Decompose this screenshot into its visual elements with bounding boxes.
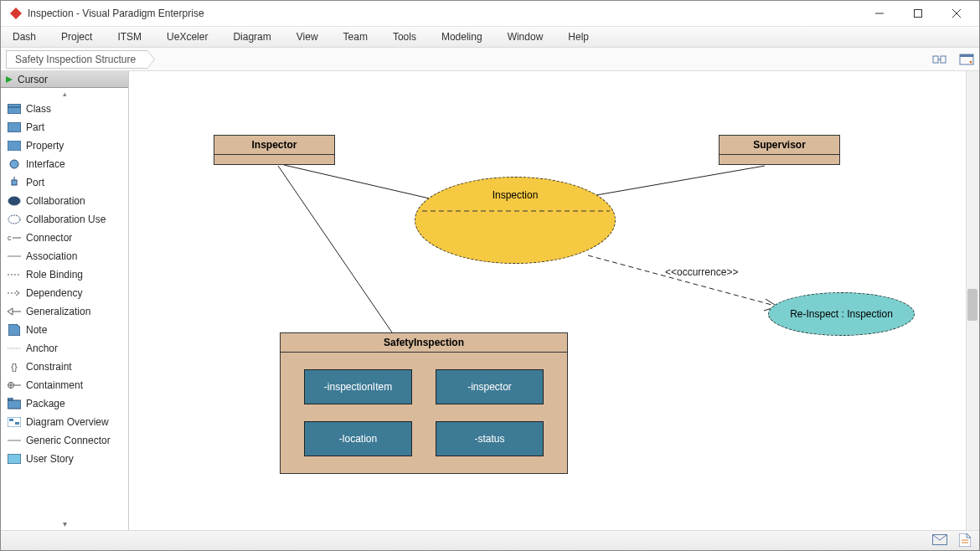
svg-marker-0	[10, 8, 22, 19]
menu-diagram[interactable]: Diagram	[233, 31, 271, 43]
menu-dash[interactable]: Dash	[13, 31, 36, 43]
palette-item-generic-connector[interactable]: Generic Connector	[1, 431, 128, 450]
svg-text:c: c	[8, 234, 12, 242]
panel-icon[interactable]	[959, 52, 974, 67]
breadcrumb-bar: Safety Inspection Structure	[1, 48, 979, 71]
constraint-icon: {}	[8, 362, 21, 372]
palette-item-role-binding[interactable]: Role Binding	[1, 265, 128, 284]
palette-item-connector[interactable]: cConnector	[1, 229, 128, 247]
svg-point-10	[970, 60, 972, 63]
svg-line-43	[588, 255, 775, 306]
svg-marker-27	[8, 324, 20, 336]
layout-icon[interactable]	[932, 52, 947, 67]
menubar: Dash Project ITSM UeXceler Diagram View …	[1, 26, 979, 48]
node-supervisor[interactable]: Supervisor	[719, 135, 840, 165]
menu-team[interactable]: Team	[343, 31, 368, 43]
palette-item-constraint[interactable]: {}Constraint	[1, 358, 128, 376]
slot-inspector[interactable]: -inspector	[436, 369, 544, 404]
palette-item-part[interactable]: Part	[1, 118, 128, 136]
palette-item-anchor[interactable]: Anchor	[1, 339, 128, 358]
menu-itsm[interactable]: ITSM	[117, 31, 142, 43]
role-binding-icon	[8, 270, 21, 280]
menu-view[interactable]: View	[297, 31, 318, 43]
mail-icon[interactable]	[932, 534, 947, 548]
palette-expand-down[interactable]: ▾	[1, 518, 128, 530]
statusbar	[1, 530, 979, 551]
slot-status[interactable]: -status	[436, 421, 544, 456]
slot-inspectionitem[interactable]: -inspectionItem	[304, 369, 412, 404]
collaboration-use-icon	[8, 214, 21, 224]
palette-item-containment[interactable]: Containment	[1, 376, 128, 394]
node-reinspect-title: Re-Inspect : Inspection	[790, 308, 893, 320]
window-title: Inspection - Visual Paradigm Enterprise	[28, 8, 860, 19]
menu-help[interactable]: Help	[568, 31, 589, 43]
palette-item-diagram-overview[interactable]: Diagram Overview	[1, 413, 128, 431]
palette-cursor[interactable]: Cursor	[1, 71, 128, 88]
svg-line-42	[278, 166, 392, 332]
node-supervisor-title: Supervisor	[720, 136, 839, 154]
svg-rect-9	[960, 54, 973, 57]
menu-tools[interactable]: Tools	[393, 31, 416, 43]
minimize-button[interactable]	[860, 1, 899, 26]
diagram-overview-icon	[8, 417, 21, 427]
interface-icon	[8, 159, 21, 169]
safety-body: -inspectionItem -inspector -location -st…	[281, 353, 567, 473]
menu-window[interactable]: Window	[508, 31, 544, 43]
svg-rect-34	[8, 400, 21, 409]
node-reinspect[interactable]: Re-Inspect : Inspection	[768, 292, 915, 336]
svg-rect-14	[8, 141, 21, 151]
close-button[interactable]	[937, 1, 976, 26]
svg-rect-16	[12, 180, 17, 185]
svg-rect-6	[941, 56, 946, 63]
content: Cursor ▴ Class Part Property Interface P…	[1, 71, 979, 530]
palette-item-association[interactable]: Association	[1, 247, 128, 265]
svg-point-18	[8, 197, 20, 205]
svg-line-41	[596, 166, 765, 195]
menu-project[interactable]: Project	[61, 31, 92, 43]
palette-list: Class Part Property Interface Port Colla…	[1, 100, 128, 468]
connector-icon: c	[8, 233, 21, 243]
package-icon	[8, 399, 21, 409]
svg-point-19	[8, 215, 20, 224]
user-story-icon	[8, 454, 21, 464]
generic-connector-icon	[8, 435, 21, 445]
palette-item-class[interactable]: Class	[1, 100, 128, 118]
svg-rect-36	[9, 419, 13, 421]
node-safety-inspection-title: SafetyInspection	[281, 333, 567, 353]
node-inspection[interactable]: Inspection	[415, 177, 616, 264]
titlebar: Inspection - Visual Paradigm Enterprise	[1, 1, 979, 26]
palette-item-collaboration-use[interactable]: Collaboration Use	[1, 210, 128, 229]
svg-rect-11	[8, 104, 21, 114]
cursor-icon	[6, 76, 13, 83]
palette-item-interface[interactable]: Interface	[1, 155, 128, 173]
palette-item-package[interactable]: Package	[1, 394, 128, 413]
containment-icon	[8, 380, 21, 390]
breadcrumb[interactable]: Safety Inspection Structure	[6, 50, 147, 69]
palette-item-generalization[interactable]: Generalization	[1, 302, 128, 321]
palette-item-collaboration[interactable]: Collaboration	[1, 192, 128, 210]
diagram-canvas[interactable]: Inspector Supervisor Inspection Re-Inspe…	[129, 71, 979, 530]
class-icon	[8, 104, 21, 114]
occurrence-label: <<occurrence>>	[665, 266, 738, 278]
palette-item-property[interactable]: Property	[1, 136, 128, 155]
palette-item-user-story[interactable]: User Story	[1, 450, 128, 468]
maximize-button[interactable]	[899, 1, 937, 26]
palette-item-dependency[interactable]: Dependency	[1, 284, 128, 302]
palette-item-note[interactable]: Note	[1, 321, 128, 339]
palette: Cursor ▴ Class Part Property Interface P…	[1, 71, 129, 530]
scrollbar-thumb[interactable]	[967, 289, 977, 321]
property-icon	[8, 141, 21, 151]
part-icon	[8, 122, 21, 132]
svg-rect-2	[915, 10, 922, 18]
menu-modeling[interactable]: Modeling	[441, 31, 482, 43]
palette-collapse-up[interactable]: ▴	[1, 88, 128, 100]
association-icon	[8, 251, 21, 261]
note-status-icon[interactable]	[959, 533, 971, 549]
slot-location[interactable]: -location	[304, 421, 412, 456]
node-inspector[interactable]: Inspector	[214, 135, 335, 165]
collaboration-icon	[8, 196, 21, 206]
palette-item-port[interactable]: Port	[1, 173, 128, 192]
menu-uexceler[interactable]: UeXceler	[167, 31, 208, 43]
vertical-scrollbar[interactable]	[966, 71, 979, 530]
node-safety-inspection[interactable]: SafetyInspection -inspectionItem -inspec…	[280, 332, 568, 474]
